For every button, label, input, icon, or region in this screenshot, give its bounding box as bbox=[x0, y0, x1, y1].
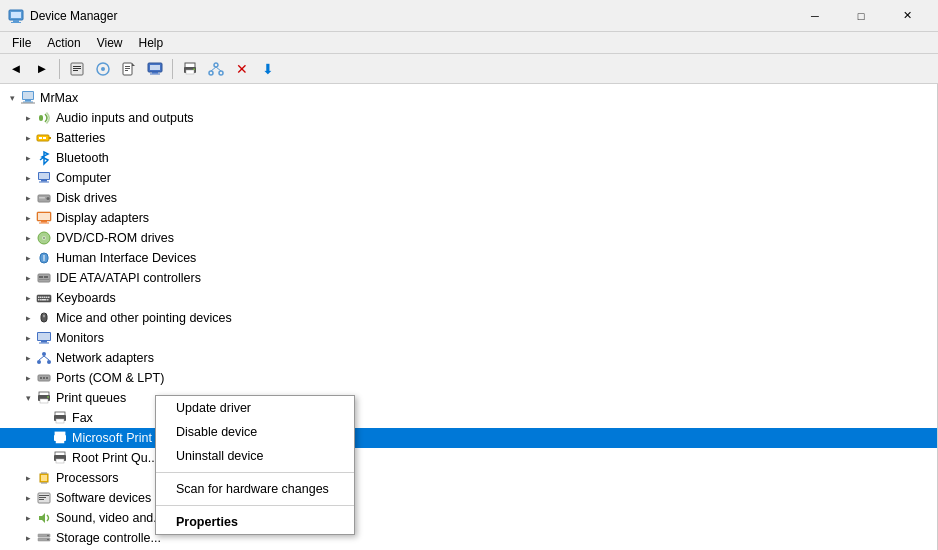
svg-point-22 bbox=[214, 63, 218, 67]
svg-rect-108 bbox=[39, 495, 49, 496]
toolbar-sep-2 bbox=[172, 59, 173, 79]
tree-root[interactable]: MrMax bbox=[0, 88, 937, 108]
tree-keyboards[interactable]: Keyboards bbox=[0, 288, 937, 308]
bluetooth-label: Bluetooth bbox=[56, 151, 109, 165]
menu-action[interactable]: Action bbox=[39, 34, 88, 52]
tree-mspdf[interactable]: Microsoft Print to PDF bbox=[0, 428, 937, 448]
storage-label: Storage controlle... bbox=[56, 531, 161, 545]
svg-rect-67 bbox=[40, 299, 42, 301]
display-toggle[interactable] bbox=[20, 210, 36, 226]
tree-panel[interactable]: MrMax Audio inputs and outputs bbox=[0, 84, 938, 550]
mice-toggle[interactable] bbox=[20, 310, 36, 326]
tree-fax[interactable]: Fax bbox=[0, 408, 937, 428]
menu-file[interactable]: File bbox=[4, 34, 39, 52]
context-disable-device[interactable]: Disable device bbox=[156, 420, 354, 444]
hid-icon bbox=[36, 250, 52, 266]
context-scan-hardware[interactable]: Scan for hardware changes bbox=[156, 477, 354, 501]
svg-rect-44 bbox=[39, 197, 45, 199]
tree-hid[interactable]: Human Interface Devices bbox=[0, 248, 937, 268]
toolbar-network[interactable] bbox=[204, 57, 228, 81]
svg-line-25 bbox=[211, 67, 216, 71]
tree-rootpq[interactable]: Root Print Qu... bbox=[0, 448, 937, 468]
context-properties[interactable]: Properties bbox=[156, 510, 354, 534]
software-label: Software devices bbox=[56, 491, 151, 505]
toolbar-delete[interactable]: ✕ bbox=[230, 57, 254, 81]
ports-toggle[interactable] bbox=[20, 370, 36, 386]
menu-view[interactable]: View bbox=[89, 34, 131, 52]
svg-rect-29 bbox=[25, 100, 31, 102]
svg-rect-61 bbox=[40, 297, 42, 299]
processors-toggle[interactable] bbox=[20, 470, 36, 486]
network-toggle[interactable] bbox=[20, 350, 36, 366]
context-update-driver[interactable]: Update driver bbox=[156, 396, 354, 420]
tree-mice[interactable]: Mice and other pointing devices bbox=[0, 308, 937, 328]
svg-rect-16 bbox=[152, 72, 158, 74]
storage-toggle[interactable] bbox=[20, 530, 36, 546]
network-label: Network adapters bbox=[56, 351, 154, 365]
toolbar-scan[interactable] bbox=[91, 57, 115, 81]
tree-batteries[interactable]: Batteries bbox=[0, 128, 937, 148]
bluetooth-toggle[interactable] bbox=[20, 150, 36, 166]
tree-audio[interactable]: Audio inputs and outputs bbox=[0, 108, 937, 128]
tree-storage[interactable]: Storage controlle... bbox=[0, 528, 937, 548]
audio-toggle[interactable] bbox=[20, 110, 36, 126]
hid-toggle[interactable] bbox=[20, 250, 36, 266]
toolbar-monitor[interactable] bbox=[143, 57, 167, 81]
tree-monitors[interactable]: Monitors bbox=[0, 328, 937, 348]
tree-computer[interactable]: Computer bbox=[0, 168, 937, 188]
sound-toggle[interactable] bbox=[20, 510, 36, 526]
minimize-button[interactable]: ─ bbox=[792, 0, 838, 32]
disk-toggle[interactable] bbox=[20, 190, 36, 206]
printq-toggle[interactable] bbox=[20, 390, 36, 406]
svg-rect-39 bbox=[39, 173, 49, 179]
svg-rect-28 bbox=[23, 92, 33, 99]
context-separator-2 bbox=[156, 505, 354, 506]
storage-icon bbox=[36, 530, 52, 546]
dvd-icon bbox=[36, 230, 52, 246]
toolbar-update[interactable] bbox=[117, 57, 141, 81]
toolbar-back[interactable]: ◄ bbox=[4, 57, 28, 81]
tree-sound[interactable]: Sound, video and... bbox=[0, 508, 937, 528]
context-uninstall-device[interactable]: Uninstall device bbox=[156, 444, 354, 468]
toolbar-printer[interactable] bbox=[178, 57, 202, 81]
tree-software[interactable]: Software devices bbox=[0, 488, 937, 508]
tree-processors[interactable]: Processors bbox=[0, 468, 937, 488]
tree-display[interactable]: Display adapters bbox=[0, 208, 937, 228]
monitors-toggle[interactable] bbox=[20, 330, 36, 346]
window-controls[interactable]: ─ □ ✕ bbox=[792, 0, 930, 32]
svg-rect-36 bbox=[43, 137, 46, 139]
toolbar-forward[interactable]: ► bbox=[30, 57, 54, 81]
window-title: Device Manager bbox=[30, 9, 792, 23]
tree-ide[interactable]: IDE ATA/ATAPI controllers bbox=[0, 268, 937, 288]
close-button[interactable]: ✕ bbox=[884, 0, 930, 32]
rootpq-icon bbox=[52, 450, 68, 466]
printq-icon bbox=[36, 390, 52, 406]
dvd-toggle[interactable] bbox=[20, 230, 36, 246]
toolbar-download[interactable]: ⬇ bbox=[256, 57, 280, 81]
keyboards-toggle[interactable] bbox=[20, 290, 36, 306]
computer-toggle[interactable] bbox=[20, 170, 36, 186]
root-toggle[interactable] bbox=[4, 90, 20, 106]
batteries-label: Batteries bbox=[56, 131, 105, 145]
svg-rect-47 bbox=[41, 221, 47, 223]
maximize-button[interactable]: □ bbox=[838, 0, 884, 32]
svg-rect-59 bbox=[37, 295, 51, 302]
svg-rect-58 bbox=[39, 279, 49, 280]
tree-dvd[interactable]: DVD/CD-ROM drives bbox=[0, 228, 937, 248]
svg-rect-13 bbox=[125, 70, 128, 71]
svg-rect-100 bbox=[41, 475, 47, 481]
svg-rect-74 bbox=[38, 333, 50, 340]
tree-ports[interactable]: Ports (COM & LPT) bbox=[0, 368, 937, 388]
tree-network[interactable]: Network adapters bbox=[0, 348, 937, 368]
context-menu[interactable]: Update driver Disable device Uninstall d… bbox=[155, 395, 355, 535]
toolbar-properties[interactable] bbox=[65, 57, 89, 81]
svg-point-83 bbox=[40, 377, 42, 379]
svg-rect-62 bbox=[42, 297, 44, 299]
tree-printq[interactable]: Print queues bbox=[0, 388, 937, 408]
menu-help[interactable]: Help bbox=[131, 34, 172, 52]
ide-toggle[interactable] bbox=[20, 270, 36, 286]
batteries-toggle[interactable] bbox=[20, 130, 36, 146]
software-toggle[interactable] bbox=[20, 490, 36, 506]
tree-bluetooth[interactable]: Bluetooth bbox=[0, 148, 937, 168]
tree-disk[interactable]: Disk drives bbox=[0, 188, 937, 208]
